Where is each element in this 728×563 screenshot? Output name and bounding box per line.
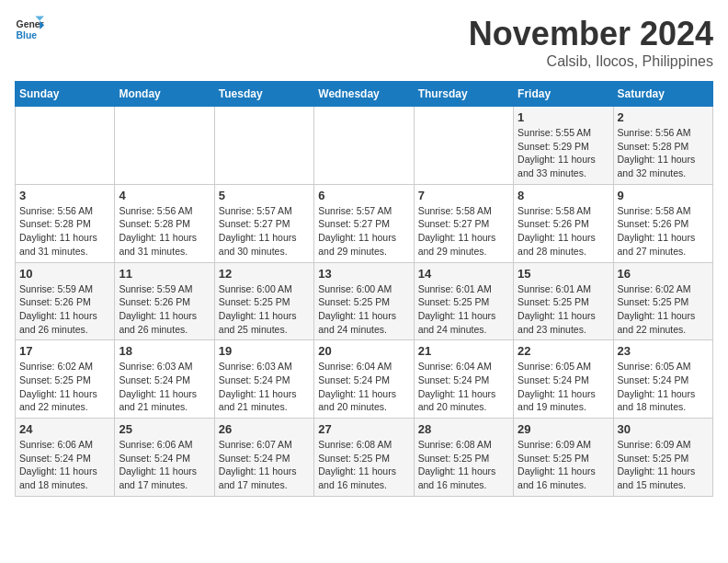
header-thursday: Thursday [414, 82, 513, 107]
day-info: Sunrise: 6:08 AMSunset: 5:25 PMDaylight:… [318, 438, 409, 492]
header-sunday: Sunday [16, 82, 115, 107]
week-row-1: 1Sunrise: 5:55 AMSunset: 5:29 PMDaylight… [16, 107, 713, 185]
day-info: Sunrise: 6:04 AMSunset: 5:24 PMDaylight:… [418, 360, 509, 414]
day-number: 12 [219, 267, 310, 281]
day-info: Sunrise: 5:58 AMSunset: 5:26 PMDaylight:… [618, 204, 709, 259]
cell-week2-day1: 4Sunrise: 5:56 AMSunset: 5:28 PMDaylight… [115, 184, 214, 262]
header: General Blue November 2024 Calsib, Iloco… [15, 15, 713, 70]
day-info: Sunrise: 6:00 AMSunset: 5:25 PMDaylight:… [219, 282, 310, 337]
header-monday: Monday [115, 82, 214, 107]
day-number: 20 [318, 344, 409, 358]
day-info: Sunrise: 6:09 AMSunset: 5:25 PMDaylight:… [518, 438, 609, 492]
week-row-5: 24Sunrise: 6:06 AMSunset: 5:24 PMDayligh… [16, 419, 713, 497]
day-info: Sunrise: 6:05 AMSunset: 5:24 PMDaylight:… [618, 360, 709, 414]
day-number: 8 [518, 189, 609, 202]
cell-week3-day1: 11Sunrise: 5:59 AMSunset: 5:26 PMDayligh… [115, 262, 214, 340]
day-info: Sunrise: 6:05 AMSunset: 5:24 PMDaylight:… [518, 360, 609, 414]
cell-week4-day1: 18Sunrise: 6:03 AMSunset: 5:24 PMDayligh… [115, 340, 214, 419]
day-info: Sunrise: 6:08 AMSunset: 5:25 PMDaylight:… [418, 438, 509, 492]
day-number: 16 [618, 267, 709, 281]
day-number: 7 [418, 189, 509, 202]
day-number: 29 [518, 422, 609, 436]
day-info: Sunrise: 6:06 AMSunset: 5:24 PMDaylight:… [19, 438, 110, 492]
cell-week2-day5: 8Sunrise: 5:58 AMSunset: 5:26 PMDaylight… [514, 184, 613, 262]
cell-week2-day4: 7Sunrise: 5:58 AMSunset: 5:27 PMDaylight… [414, 184, 513, 262]
day-number: 28 [418, 422, 509, 436]
day-number: 17 [19, 344, 110, 358]
day-info: Sunrise: 5:57 AMSunset: 5:27 PMDaylight:… [318, 204, 409, 259]
day-info: Sunrise: 6:02 AMSunset: 5:25 PMDaylight:… [618, 282, 709, 337]
cell-week4-day3: 20Sunrise: 6:04 AMSunset: 5:24 PMDayligh… [314, 340, 414, 419]
cell-week3-day2: 12Sunrise: 6:00 AMSunset: 5:25 PMDayligh… [214, 262, 313, 340]
cell-week5-day3: 27Sunrise: 6:08 AMSunset: 5:25 PMDayligh… [314, 419, 414, 497]
cell-week1-day5: 1Sunrise: 5:55 AMSunset: 5:29 PMDaylight… [514, 107, 613, 185]
cell-week5-day6: 30Sunrise: 6:09 AMSunset: 5:25 PMDayligh… [613, 419, 712, 497]
cell-week3-day6: 16Sunrise: 6:02 AMSunset: 5:25 PMDayligh… [613, 262, 712, 340]
day-number: 22 [518, 344, 609, 358]
cell-week3-day5: 15Sunrise: 6:01 AMSunset: 5:25 PMDayligh… [514, 262, 613, 340]
day-number: 30 [618, 422, 709, 436]
day-info: Sunrise: 5:58 AMSunset: 5:26 PMDaylight:… [518, 204, 609, 259]
day-number: 9 [618, 189, 709, 202]
logo: General Blue [15, 15, 44, 44]
cell-week2-day3: 6Sunrise: 5:57 AMSunset: 5:27 PMDaylight… [314, 184, 414, 262]
day-number: 26 [219, 422, 310, 436]
day-info: Sunrise: 6:00 AMSunset: 5:25 PMDaylight:… [318, 282, 409, 337]
cell-week3-day4: 14Sunrise: 6:01 AMSunset: 5:25 PMDayligh… [414, 262, 513, 340]
day-info: Sunrise: 6:09 AMSunset: 5:25 PMDaylight:… [618, 438, 709, 492]
cell-week4-day2: 19Sunrise: 6:03 AMSunset: 5:24 PMDayligh… [214, 340, 313, 419]
day-number: 18 [119, 344, 210, 358]
cell-week3-day0: 10Sunrise: 5:59 AMSunset: 5:26 PMDayligh… [16, 262, 115, 340]
cell-week5-day1: 25Sunrise: 6:06 AMSunset: 5:24 PMDayligh… [115, 419, 214, 497]
day-info: Sunrise: 5:59 AMSunset: 5:26 PMDaylight:… [19, 282, 110, 337]
day-number: 1 [518, 110, 609, 124]
cell-week1-day4 [414, 107, 513, 185]
month-title: November 2024 [469, 15, 713, 53]
cell-week2-day2: 5Sunrise: 5:57 AMSunset: 5:27 PMDaylight… [214, 184, 313, 262]
day-number: 5 [219, 189, 310, 202]
cell-week1-day6: 2Sunrise: 5:56 AMSunset: 5:28 PMDaylight… [613, 107, 712, 185]
day-number: 24 [19, 422, 110, 436]
week-row-2: 3Sunrise: 5:56 AMSunset: 5:28 PMDaylight… [16, 184, 713, 262]
cell-week4-day6: 23Sunrise: 6:05 AMSunset: 5:24 PMDayligh… [613, 340, 712, 419]
cell-week4-day5: 22Sunrise: 6:05 AMSunset: 5:24 PMDayligh… [514, 340, 613, 419]
header-saturday: Saturday [613, 82, 712, 107]
day-number: 11 [119, 267, 210, 281]
day-info: Sunrise: 5:57 AMSunset: 5:27 PMDaylight:… [219, 204, 310, 259]
cell-week1-day2 [214, 107, 313, 185]
location-title: Calsib, Ilocos, Philippines [469, 53, 713, 70]
day-info: Sunrise: 6:06 AMSunset: 5:24 PMDaylight:… [119, 438, 210, 492]
cell-week5-day4: 28Sunrise: 6:08 AMSunset: 5:25 PMDayligh… [414, 419, 513, 497]
calendar-header: SundayMondayTuesdayWednesdayThursdayFrid… [16, 82, 713, 107]
day-number: 19 [219, 344, 310, 358]
day-number: 21 [418, 344, 509, 358]
cell-week2-day6: 9Sunrise: 5:58 AMSunset: 5:26 PMDaylight… [613, 184, 712, 262]
week-row-3: 10Sunrise: 5:59 AMSunset: 5:26 PMDayligh… [16, 262, 713, 340]
day-number: 14 [418, 267, 509, 281]
day-number: 25 [119, 422, 210, 436]
day-info: Sunrise: 5:56 AMSunset: 5:28 PMDaylight:… [119, 204, 210, 259]
calendar-table: SundayMondayTuesdayWednesdayThursdayFrid… [15, 81, 713, 497]
day-number: 27 [318, 422, 409, 436]
cell-week5-day2: 26Sunrise: 6:07 AMSunset: 5:24 PMDayligh… [214, 419, 313, 497]
day-info: Sunrise: 6:01 AMSunset: 5:25 PMDaylight:… [418, 282, 509, 337]
day-number: 6 [318, 189, 409, 202]
cell-week5-day0: 24Sunrise: 6:06 AMSunset: 5:24 PMDayligh… [16, 419, 115, 497]
day-info: Sunrise: 6:07 AMSunset: 5:24 PMDaylight:… [219, 438, 310, 492]
cell-week4-day0: 17Sunrise: 6:02 AMSunset: 5:25 PMDayligh… [16, 340, 115, 419]
week-row-4: 17Sunrise: 6:02 AMSunset: 5:25 PMDayligh… [16, 340, 713, 419]
cell-week1-day3 [314, 107, 414, 185]
cell-week2-day0: 3Sunrise: 5:56 AMSunset: 5:28 PMDaylight… [16, 184, 115, 262]
day-number: 2 [618, 110, 709, 124]
day-number: 13 [318, 267, 409, 281]
day-info: Sunrise: 5:56 AMSunset: 5:28 PMDaylight:… [19, 204, 110, 259]
header-wednesday: Wednesday [314, 82, 414, 107]
day-info: Sunrise: 5:55 AMSunset: 5:29 PMDaylight:… [518, 126, 609, 180]
calendar-body: 1Sunrise: 5:55 AMSunset: 5:29 PMDaylight… [16, 107, 713, 497]
header-tuesday: Tuesday [214, 82, 313, 107]
day-number: 4 [119, 189, 210, 202]
cell-week1-day1 [115, 107, 214, 185]
day-info: Sunrise: 6:04 AMSunset: 5:24 PMDaylight:… [318, 360, 409, 414]
day-number: 15 [518, 267, 609, 281]
day-info: Sunrise: 6:03 AMSunset: 5:24 PMDaylight:… [119, 360, 210, 414]
